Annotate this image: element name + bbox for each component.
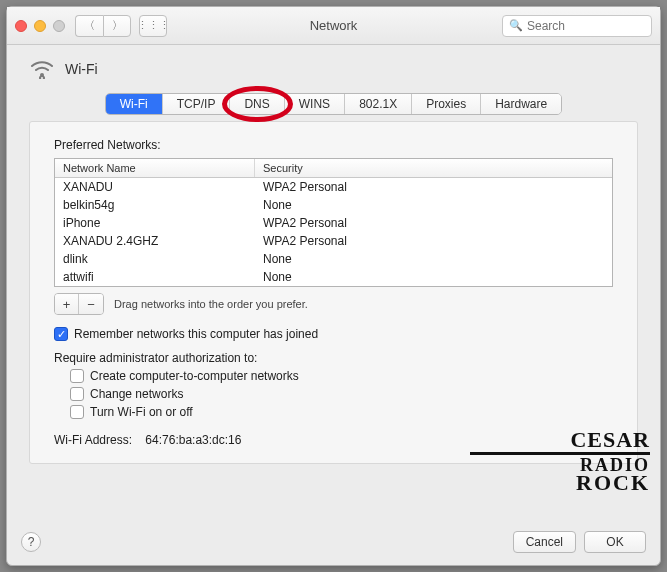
minus-icon: − — [87, 297, 95, 312]
show-all-button[interactable]: ⋮⋮⋮ — [139, 15, 167, 37]
remember-row: ✓ Remember networks this computer has jo… — [54, 327, 613, 341]
cell-network-name: iPhone — [55, 214, 255, 232]
cell-network-name: XANADU 2.4GHZ — [55, 232, 255, 250]
tab-bar: Wi-FiTCP/IPDNSWINS802.1XProxiesHardware — [105, 93, 562, 115]
require-checkbox[interactable] — [70, 405, 84, 419]
cell-network-name: belkin54g — [55, 196, 255, 214]
wifi-address-row: Wi-Fi Address: 64:76:ba:a3:dc:16 — [54, 433, 613, 447]
require-option-row: Turn Wi-Fi on or off — [70, 405, 613, 419]
require-option-row: Change networks — [70, 387, 613, 401]
tab-hardware[interactable]: Hardware — [481, 94, 561, 114]
require-checkbox[interactable] — [70, 369, 84, 383]
minimize-icon[interactable] — [34, 20, 46, 32]
col-security[interactable]: Security — [255, 159, 612, 177]
require-option-label: Turn Wi-Fi on or off — [90, 405, 193, 419]
search-input[interactable] — [527, 19, 645, 33]
table-row[interactable]: attwifiNone — [55, 268, 612, 286]
help-button[interactable]: ? — [21, 532, 41, 552]
close-icon[interactable] — [15, 20, 27, 32]
question-icon: ? — [28, 535, 35, 549]
table-header: Network Name Security — [55, 159, 612, 178]
remove-button[interactable]: − — [79, 294, 103, 314]
drag-hint: Drag networks into the order you prefer. — [114, 298, 308, 310]
cell-security: None — [255, 268, 612, 286]
remember-checkbox[interactable]: ✓ — [54, 327, 68, 341]
require-options: Create computer-to-computer networksChan… — [70, 369, 613, 419]
require-option-label: Create computer-to-computer networks — [90, 369, 299, 383]
interface-label: Wi-Fi — [65, 61, 98, 77]
interface-header: Wi-Fi — [29, 59, 638, 79]
remember-label: Remember networks this computer has join… — [74, 327, 318, 341]
chevron-left-icon: 〈 — [84, 18, 95, 33]
tab-wrap: Wi-FiTCP/IPDNSWINS802.1XProxiesHardware — [105, 93, 562, 115]
window-frame: 〈 〉 ⋮⋮⋮ Network 🔍 Wi-Fi Wi-FiTCP/IPDNSWI… — [6, 6, 661, 566]
search-icon: 🔍 — [509, 19, 523, 32]
cell-network-name: dlink — [55, 250, 255, 268]
table-row[interactable]: belkin54gNone — [55, 196, 612, 214]
wifi-icon — [29, 59, 55, 79]
table-row[interactable]: dlinkNone — [55, 250, 612, 268]
tab-dns[interactable]: DNS — [230, 94, 284, 114]
cell-security: WPA2 Personal — [255, 232, 612, 250]
zoom-icon — [53, 20, 65, 32]
col-network-name[interactable]: Network Name — [55, 159, 255, 177]
table-row[interactable]: XANADUWPA2 Personal — [55, 178, 612, 196]
wifi-address-label: Wi-Fi Address: — [54, 433, 132, 447]
cell-security: None — [255, 250, 612, 268]
add-button[interactable]: + — [55, 294, 79, 314]
require-option-row: Create computer-to-computer networks — [70, 369, 613, 383]
cell-security: WPA2 Personal — [255, 178, 612, 196]
titlebar: 〈 〉 ⋮⋮⋮ Network 🔍 — [7, 7, 660, 45]
svg-point-0 — [40, 73, 44, 77]
back-button[interactable]: 〈 — [75, 15, 103, 37]
preferred-networks-label: Preferred Networks: — [54, 138, 613, 152]
forward-button[interactable]: 〉 — [103, 15, 131, 37]
networks-table: Network Name Security XANADUWPA2 Persona… — [54, 158, 613, 287]
tab-wins[interactable]: WINS — [285, 94, 345, 114]
table-row[interactable]: XANADU 2.4GHZWPA2 Personal — [55, 232, 612, 250]
tab-8021x[interactable]: 802.1X — [345, 94, 412, 114]
table-row[interactable]: iPhoneWPA2 Personal — [55, 214, 612, 232]
footer: ? Cancel OK — [7, 523, 660, 565]
plus-icon: + — [63, 297, 71, 312]
add-remove-group: + − — [54, 293, 104, 315]
nav-back-forward: 〈 〉 — [75, 15, 131, 37]
search-field[interactable]: 🔍 — [502, 15, 652, 37]
tab-tcpip[interactable]: TCP/IP — [163, 94, 231, 114]
body: Wi-Fi Wi-FiTCP/IPDNSWINS802.1XProxiesHar… — [7, 45, 660, 523]
require-checkbox[interactable] — [70, 387, 84, 401]
cell-network-name: attwifi — [55, 268, 255, 286]
cell-network-name: XANADU — [55, 178, 255, 196]
tab-wifi[interactable]: Wi-Fi — [106, 94, 163, 114]
chevron-right-icon: 〉 — [112, 18, 123, 33]
panel: Preferred Networks: Network Name Securit… — [29, 121, 638, 464]
cell-security: WPA2 Personal — [255, 214, 612, 232]
cell-security: None — [255, 196, 612, 214]
ok-button[interactable]: OK — [584, 531, 646, 553]
require-label: Require administrator authorization to: — [54, 351, 613, 365]
traffic-lights — [15, 20, 65, 32]
require-option-label: Change networks — [90, 387, 183, 401]
grid-icon: ⋮⋮⋮ — [137, 19, 170, 32]
tab-proxies[interactable]: Proxies — [412, 94, 481, 114]
cancel-button[interactable]: Cancel — [513, 531, 576, 553]
table-body: XANADUWPA2 Personalbelkin54gNoneiPhoneWP… — [55, 178, 612, 286]
table-controls: + − Drag networks into the order you pre… — [54, 293, 613, 315]
wifi-address-value: 64:76:ba:a3:dc:16 — [145, 433, 241, 447]
